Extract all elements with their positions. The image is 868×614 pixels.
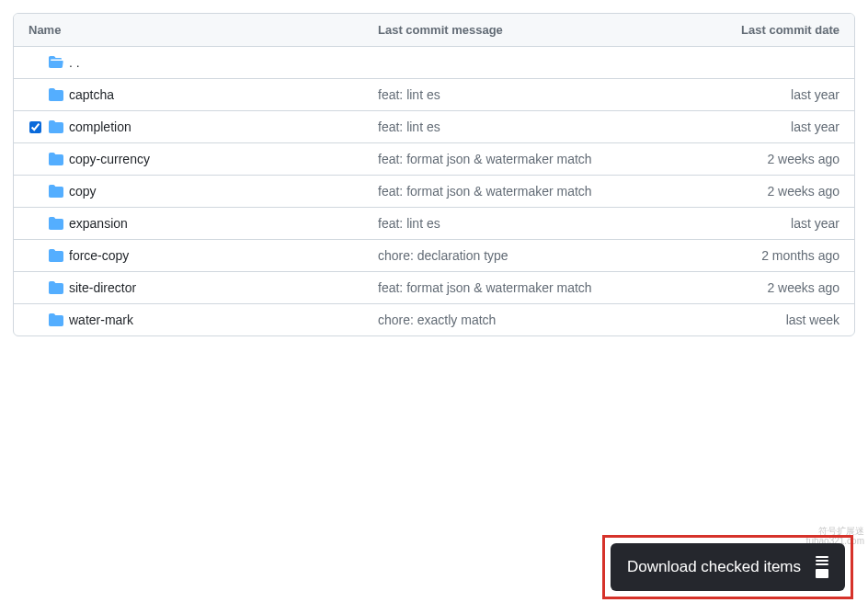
folder-icon: [49, 216, 63, 231]
file-table: Name Last commit message Last commit dat…: [13, 13, 855, 336]
header-name: Name: [29, 23, 378, 37]
table-row: site-directorfeat: format json & waterma…: [14, 272, 854, 304]
header-message: Last commit message: [378, 23, 711, 37]
commit-date: 2 weeks ago: [711, 152, 839, 166]
download-highlight: Download checked items: [602, 535, 853, 599]
folder-name[interactable]: captcha: [69, 87, 114, 102]
row-checkbox-slot: [29, 120, 41, 133]
folder-icon: [49, 119, 63, 134]
commit-message[interactable]: chore: exactly match: [378, 313, 496, 327]
folder-icon: [49, 87, 63, 102]
table-header: Name Last commit message Last commit dat…: [14, 14, 854, 47]
commit-date: 2 weeks ago: [711, 280, 839, 295]
table-row: expansionfeat: lint eslast year: [14, 208, 854, 240]
commit-date: 2 months ago: [711, 248, 839, 263]
download-icon: [816, 556, 828, 578]
folder-name[interactable]: site-director: [69, 280, 136, 295]
commit-message[interactable]: feat: format json & watermaker match: [378, 280, 592, 295]
folder-icon: [49, 248, 63, 263]
download-label: Download checked items: [627, 558, 801, 576]
commit-message[interactable]: feat: format json & watermaker match: [378, 184, 592, 199]
commit-date: last week: [711, 313, 839, 327]
commit-date: last year: [711, 216, 839, 231]
folder-icon: [49, 280, 63, 295]
commit-message[interactable]: feat: format json & watermaker match: [378, 152, 592, 166]
commit-date: last year: [711, 119, 839, 134]
folder-name[interactable]: force-copy: [69, 248, 129, 263]
table-row: force-copychore: declaration type2 month…: [14, 240, 854, 272]
folder-name[interactable]: expansion: [69, 216, 128, 231]
commit-message[interactable]: feat: lint es: [378, 216, 440, 231]
table-row: copy-currencyfeat: format json & waterma…: [14, 143, 854, 176]
table-row: copyfeat: format json & watermaker match…: [14, 176, 854, 208]
folder-icon: [49, 184, 63, 199]
commit-date: last year: [711, 87, 839, 102]
folder-name[interactable]: completion: [69, 119, 131, 134]
commit-message[interactable]: feat: lint es: [378, 87, 440, 102]
parent-directory-row[interactable]: . .: [14, 47, 854, 79]
folder-name[interactable]: water-mark: [69, 313, 133, 327]
folder-icon: [49, 313, 63, 327]
parent-link[interactable]: . .: [69, 55, 80, 70]
folder-icon: [49, 152, 63, 166]
folder-open-icon: [49, 55, 63, 70]
commit-message[interactable]: feat: lint es: [378, 119, 440, 134]
commit-date: 2 weeks ago: [711, 184, 839, 199]
table-row: completionfeat: lint eslast year: [14, 111, 854, 143]
download-checked-button[interactable]: Download checked items: [611, 543, 845, 591]
folder-name[interactable]: copy-currency: [69, 152, 150, 166]
folder-name[interactable]: copy: [69, 184, 97, 199]
table-row: water-markchore: exactly matchlast week: [14, 304, 854, 335]
commit-message[interactable]: chore: declaration type: [378, 248, 508, 263]
row-checkbox[interactable]: [29, 121, 41, 133]
header-date: Last commit date: [711, 23, 839, 37]
table-row: captchafeat: lint eslast year: [14, 79, 854, 111]
